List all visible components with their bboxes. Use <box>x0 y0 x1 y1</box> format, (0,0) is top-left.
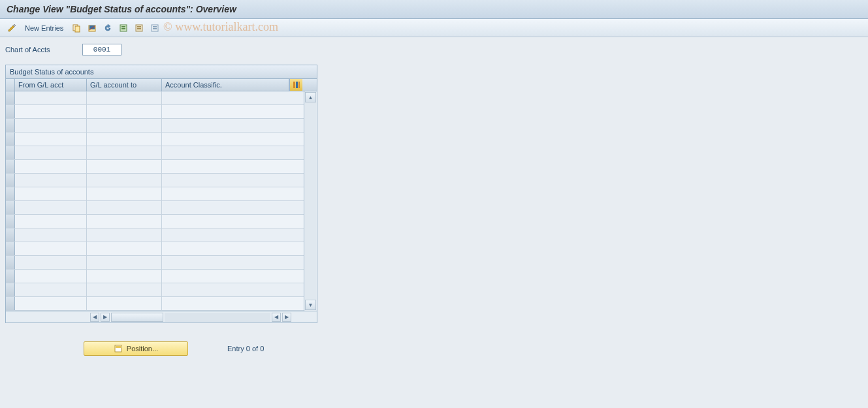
cell-from-gl[interactable] <box>15 215 87 228</box>
row-selector[interactable] <box>6 119 15 132</box>
cell-from-gl[interactable] <box>15 187 87 200</box>
cell-classific[interactable] <box>162 133 289 146</box>
cell-classific[interactable] <box>162 119 289 132</box>
cell-classific[interactable] <box>162 160 289 173</box>
cell-gl-to[interactable] <box>87 174 162 187</box>
cell-gl-to[interactable] <box>87 297 162 310</box>
cell-from-gl[interactable] <box>15 174 87 187</box>
cell-gl-to[interactable] <box>87 146 162 159</box>
toggle-display-change-icon[interactable] <box>5 22 18 35</box>
hscroll-track[interactable] <box>165 313 270 322</box>
cell-gl-to[interactable] <box>87 105 162 118</box>
table-row[interactable] <box>6 283 304 297</box>
table-row[interactable] <box>6 187 304 201</box>
scroll-last-icon[interactable]: ▶ <box>282 313 291 322</box>
row-selector[interactable] <box>6 146 15 159</box>
column-header-gl-to[interactable]: G/L account to <box>87 79 162 91</box>
cell-classific[interactable] <box>162 215 289 228</box>
cell-classific[interactable] <box>162 283 289 296</box>
row-selector[interactable] <box>6 242 15 255</box>
cell-from-gl[interactable] <box>15 242 87 255</box>
cell-from-gl[interactable] <box>15 297 87 310</box>
table-row[interactable] <box>6 256 304 270</box>
row-selector[interactable] <box>6 283 15 296</box>
configure-columns-icon[interactable] <box>289 79 302 91</box>
row-selector[interactable] <box>6 187 15 200</box>
cell-gl-to[interactable] <box>87 256 162 269</box>
cell-classific[interactable] <box>162 146 289 159</box>
cell-gl-to[interactable] <box>87 283 162 296</box>
scroll-down-icon[interactable]: ▼ <box>305 300 316 310</box>
table-row[interactable] <box>6 119 304 133</box>
table-row[interactable] <box>6 133 304 146</box>
row-selector[interactable] <box>6 174 15 187</box>
horizontal-scrollbar[interactable]: ◀ ▶ ◀ ▶ <box>89 313 292 322</box>
cell-from-gl[interactable] <box>15 146 87 159</box>
row-selector[interactable] <box>6 270 15 283</box>
cell-classific[interactable] <box>162 201 289 214</box>
row-selector[interactable] <box>6 91 15 104</box>
select-block-icon[interactable] <box>133 22 146 35</box>
cell-from-gl[interactable] <box>15 160 87 173</box>
row-selector[interactable] <box>6 215 15 228</box>
cell-from-gl[interactable] <box>15 270 87 283</box>
cell-from-gl[interactable] <box>15 105 87 118</box>
position-button[interactable]: Position... <box>84 341 188 356</box>
table-row[interactable] <box>6 270 304 283</box>
cell-gl-to[interactable] <box>87 215 162 228</box>
vertical-scrollbar[interactable]: ▲ ▼ <box>304 91 317 311</box>
cell-from-gl[interactable] <box>15 119 87 132</box>
select-all-icon[interactable] <box>117 22 130 35</box>
row-selector[interactable] <box>6 256 15 269</box>
table-row[interactable] <box>6 160 304 174</box>
cell-gl-to[interactable] <box>87 91 162 104</box>
table-row[interactable] <box>6 297 304 311</box>
cell-gl-to[interactable] <box>87 242 162 255</box>
cell-gl-to[interactable] <box>87 201 162 214</box>
scroll-first-icon[interactable]: ◀ <box>90 313 99 322</box>
table-row[interactable] <box>6 228 304 242</box>
delete-icon[interactable] <box>86 22 99 35</box>
scroll-left-icon[interactable]: ▶ <box>101 313 110 322</box>
cell-from-gl[interactable] <box>15 256 87 269</box>
row-selector[interactable] <box>6 228 15 242</box>
table-row[interactable] <box>6 146 304 160</box>
undo-change-icon[interactable] <box>101 22 114 35</box>
deselect-all-icon[interactable] <box>148 22 161 35</box>
table-row[interactable] <box>6 215 304 228</box>
row-selector[interactable] <box>6 105 15 118</box>
cell-gl-to[interactable] <box>87 187 162 200</box>
cell-gl-to[interactable] <box>87 119 162 132</box>
table-row[interactable] <box>6 91 304 105</box>
cell-classific[interactable] <box>162 228 289 242</box>
cell-gl-to[interactable] <box>87 160 162 173</box>
new-entries-button[interactable]: New Entries <box>21 24 67 32</box>
copy-as-icon[interactable] <box>70 22 83 35</box>
cell-from-gl[interactable] <box>15 91 87 104</box>
cell-from-gl[interactable] <box>15 133 87 146</box>
table-row[interactable] <box>6 242 304 256</box>
row-selector[interactable] <box>6 297 15 310</box>
cell-classific[interactable] <box>162 187 289 200</box>
row-selector[interactable] <box>6 160 15 173</box>
cell-from-gl[interactable] <box>15 228 87 242</box>
column-header-from-gl[interactable]: From G/L acct <box>15 79 87 91</box>
cell-classific[interactable] <box>162 270 289 283</box>
chart-of-accts-input[interactable] <box>82 44 121 55</box>
cell-from-gl[interactable] <box>15 283 87 296</box>
table-row[interactable] <box>6 174 304 187</box>
scroll-up-icon[interactable]: ▲ <box>305 92 316 102</box>
table-row[interactable] <box>6 105 304 119</box>
table-row[interactable] <box>6 201 304 215</box>
cell-gl-to[interactable] <box>87 228 162 242</box>
hscroll-thumb[interactable] <box>111 313 163 322</box>
cell-classific[interactable] <box>162 297 289 310</box>
select-all-header[interactable] <box>6 79 15 91</box>
column-header-classific[interactable]: Account Classific. <box>162 79 289 91</box>
row-selector[interactable] <box>6 201 15 214</box>
cell-classific[interactable] <box>162 105 289 118</box>
scroll-right-icon[interactable]: ◀ <box>272 313 281 322</box>
cell-gl-to[interactable] <box>87 133 162 146</box>
row-selector[interactable] <box>6 133 15 146</box>
cell-classific[interactable] <box>162 174 289 187</box>
